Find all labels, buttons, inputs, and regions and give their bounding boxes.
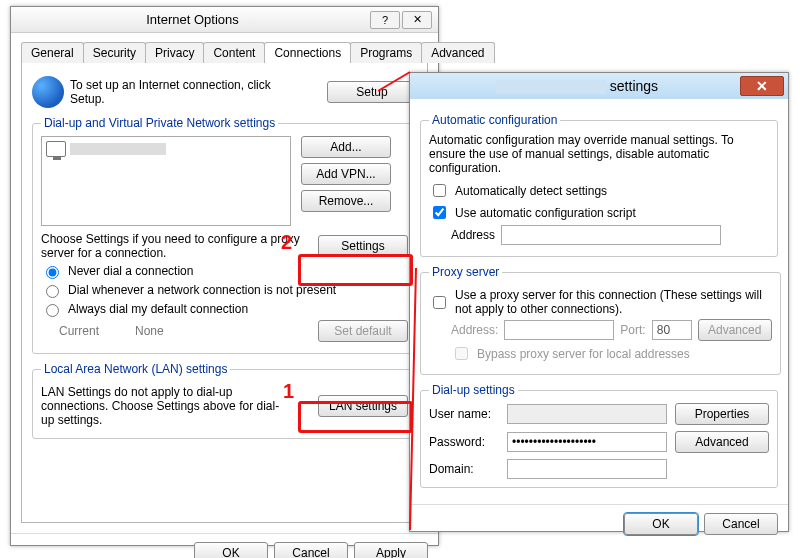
- radio-always-label: Always dial my default connection: [68, 302, 248, 316]
- dialup-group: Dial-up and Virtual Private Network sett…: [32, 116, 417, 354]
- lan-group: Local Area Network (LAN) settings LAN Se…: [32, 362, 417, 439]
- cancel-button[interactable]: Cancel: [704, 513, 778, 535]
- radio-always[interactable]: [46, 304, 59, 317]
- setup-row: To set up an Internet connection, click …: [32, 76, 417, 108]
- dialog-title: settings: [414, 78, 740, 94]
- proxy-advanced-button[interactable]: Advanced: [698, 319, 772, 341]
- radio-when-label: Dial whenever a network connection is no…: [68, 283, 336, 297]
- tab-programs[interactable]: Programs: [350, 42, 422, 63]
- setup-hint: To set up an Internet connection, click …: [70, 78, 300, 106]
- radio-never-label: Never dial a connection: [68, 264, 193, 278]
- bypass-checkbox: [455, 347, 468, 360]
- add-vpn-button[interactable]: Add VPN...: [301, 163, 391, 185]
- globe-icon: [32, 76, 64, 108]
- list-item-label: [70, 143, 166, 155]
- choose-settings-text: Choose Settings if you need to configure…: [41, 232, 301, 260]
- password-label: Password:: [429, 435, 499, 449]
- help-button[interactable]: ?: [370, 11, 400, 29]
- properties-button[interactable]: Properties: [675, 403, 769, 425]
- dialog-title: Internet Options: [17, 12, 368, 27]
- lan-text: LAN Settings do not apply to dial-up con…: [41, 385, 291, 427]
- use-proxy-checkbox[interactable]: [433, 296, 446, 309]
- tab-security[interactable]: Security: [83, 42, 146, 63]
- tab-privacy[interactable]: Privacy: [145, 42, 204, 63]
- domain-input[interactable]: [507, 459, 667, 479]
- dialup-settings-legend: Dial-up settings: [429, 383, 518, 397]
- titlebar: Internet Options ? ✕: [11, 7, 438, 33]
- ok-button[interactable]: OK: [194, 542, 268, 558]
- proxy-legend: Proxy server: [429, 265, 502, 279]
- dialup-legend: Dial-up and Virtual Private Network sett…: [41, 116, 278, 130]
- lan-settings-button[interactable]: LAN settings: [318, 395, 408, 417]
- apply-button[interactable]: Apply: [354, 542, 428, 558]
- proxy-address-input: [504, 320, 614, 340]
- use-proxy-label: Use a proxy server for this connection (…: [455, 288, 765, 316]
- username-input[interactable]: [507, 404, 667, 424]
- use-script-checkbox[interactable]: [433, 206, 446, 219]
- connections-listbox[interactable]: [41, 136, 291, 226]
- dialog-buttons: OK Cancel Apply: [11, 533, 438, 558]
- list-item[interactable]: [44, 139, 288, 159]
- setup-button[interactable]: Setup: [327, 81, 417, 103]
- auto-detect-checkbox[interactable]: [433, 184, 446, 197]
- dialup-settings-group: Dial-up settings User name: Properties P…: [420, 383, 778, 488]
- tab-advanced[interactable]: Advanced: [421, 42, 494, 63]
- current-label: Current: [59, 324, 99, 338]
- titlebar: settings ✕: [410, 73, 788, 99]
- auto-config-group: Automatic configuration Automatic config…: [420, 113, 778, 257]
- proxy-group: Proxy server Use a proxy server for this…: [420, 265, 781, 375]
- password-input[interactable]: [507, 432, 667, 452]
- username-label: User name:: [429, 407, 499, 421]
- cancel-button[interactable]: Cancel: [274, 542, 348, 558]
- dialog-buttons: OK Cancel: [410, 504, 788, 543]
- use-script-label: Use automatic configuration script: [455, 206, 636, 220]
- settings-button[interactable]: Settings: [318, 235, 408, 257]
- radio-when-no-net[interactable]: [46, 285, 59, 298]
- radio-never[interactable]: [46, 266, 59, 279]
- close-button[interactable]: ✕: [740, 76, 784, 96]
- none-label: None: [135, 324, 164, 338]
- callout-number-1: 1: [283, 380, 294, 403]
- auto-detect-label: Automatically detect settings: [455, 184, 607, 198]
- dial-advanced-button[interactable]: Advanced: [675, 431, 769, 453]
- auto-config-legend: Automatic configuration: [429, 113, 560, 127]
- redacted-name: [496, 80, 606, 94]
- add-button[interactable]: Add...: [301, 136, 391, 158]
- port-input: [652, 320, 692, 340]
- address-label: Address: [451, 228, 495, 242]
- tab-content[interactable]: Content: [203, 42, 265, 63]
- domain-label: Domain:: [429, 462, 499, 476]
- tab-row: General Security Privacy Content Connect…: [21, 41, 428, 63]
- auto-config-text: Automatic configuration may override man…: [429, 133, 769, 175]
- tab-connections[interactable]: Connections: [264, 42, 351, 63]
- lan-legend: Local Area Network (LAN) settings: [41, 362, 230, 376]
- settings-dialog: settings ✕ Automatic configuration Autom…: [409, 72, 789, 532]
- bypass-label: Bypass proxy server for local addresses: [477, 347, 690, 361]
- callout-number-2: 2: [281, 231, 292, 254]
- port-label: Port:: [620, 323, 645, 337]
- close-button[interactable]: ✕: [402, 11, 432, 29]
- remove-button[interactable]: Remove...: [301, 190, 391, 212]
- tab-general[interactable]: General: [21, 42, 84, 63]
- internet-options-dialog: Internet Options ? ✕ General Security Pr…: [10, 6, 439, 546]
- script-address-input[interactable]: [501, 225, 721, 245]
- ok-button[interactable]: OK: [624, 513, 698, 535]
- proxy-address-label: Address:: [451, 323, 498, 337]
- title-suffix: settings: [610, 78, 658, 94]
- set-default-button[interactable]: Set default: [318, 320, 408, 342]
- connection-icon: [46, 141, 66, 157]
